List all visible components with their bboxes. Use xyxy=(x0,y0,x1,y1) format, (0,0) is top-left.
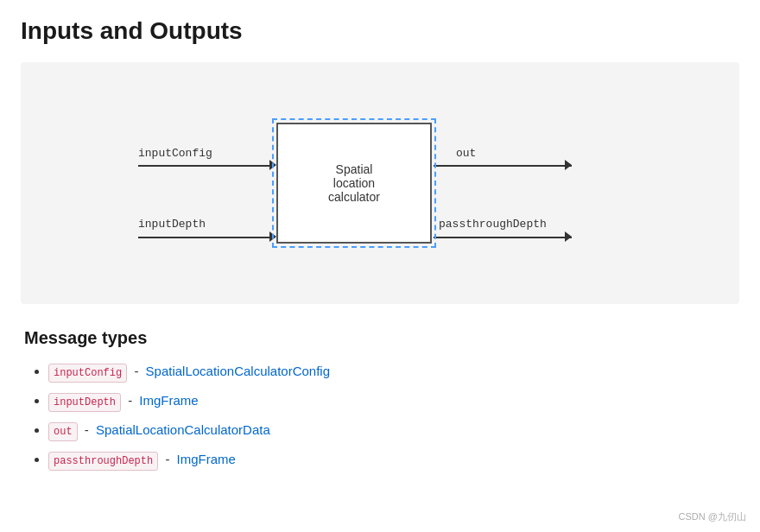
passthrough-arrow xyxy=(434,237,572,238)
list-item: inputConfig - SpatialLocationCalculatorC… xyxy=(48,362,736,383)
inputdepth-label: inputDepth xyxy=(138,218,206,231)
passthrough-label: passthroughDepth xyxy=(439,218,547,231)
tag-inputdepth: inputDepth xyxy=(48,393,121,412)
diagram-container: inputConfig inputDepth out passthroughDe… xyxy=(21,62,739,304)
inputconfig-arrowhead xyxy=(269,160,276,170)
out-arrowhead xyxy=(565,160,572,170)
separator-0: - xyxy=(134,364,138,378)
inputconfig-label: inputConfig xyxy=(138,147,212,160)
out-arrow xyxy=(434,165,572,167)
separator-1: - xyxy=(128,393,132,408)
message-types-section: Message types inputConfig - SpatialLocat… xyxy=(21,328,739,471)
list-item: out - SpatialLocationCalculatorData xyxy=(48,421,736,441)
separator-2: - xyxy=(85,422,89,437)
link-out[interactable]: SpatialLocationCalculatorData xyxy=(96,422,270,437)
list-item: inputDepth - ImgFrame xyxy=(48,391,736,412)
link-inputdepth[interactable]: ImgFrame xyxy=(139,393,198,408)
inputdepth-arrowhead xyxy=(269,231,276,242)
passthrough-arrowhead xyxy=(565,231,572,242)
inputdepth-arrow xyxy=(138,237,275,238)
message-list: inputConfig - SpatialLocationCalculatorC… xyxy=(24,362,736,471)
list-item: passthroughDepth - ImgFrame xyxy=(48,450,736,471)
inputconfig-arrow xyxy=(138,165,275,167)
tag-passthroughdepth: passthroughDepth xyxy=(48,452,158,471)
node-label: Spatial location calculator xyxy=(328,162,380,204)
tag-out: out xyxy=(48,422,78,441)
separator-3: - xyxy=(165,452,169,466)
out-label: out xyxy=(456,147,476,160)
page-title: Inputs and Outputs xyxy=(21,17,739,45)
message-types-title: Message types xyxy=(24,328,736,348)
diagram: inputConfig inputDepth out passthroughDe… xyxy=(138,88,622,278)
link-inputconfig[interactable]: SpatialLocationCalculatorConfig xyxy=(146,364,330,378)
link-passthroughdepth[interactable]: ImgFrame xyxy=(177,452,236,466)
node-box: Spatial location calculator xyxy=(276,123,432,244)
tag-inputconfig: inputConfig xyxy=(48,364,127,383)
